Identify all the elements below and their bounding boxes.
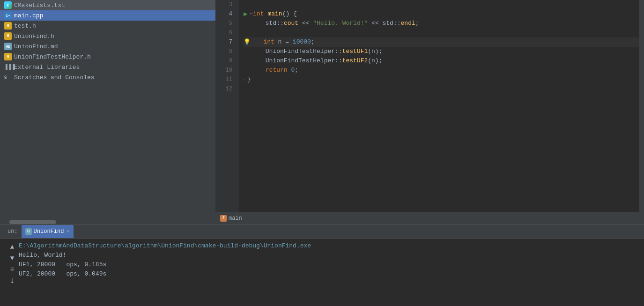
cmake-icon: C: [4, 1, 12, 9]
code-line-5: std :: cout << "Hello, World!" << std ::…: [244, 19, 639, 28]
console-text: E:\AlgorithmAndDataStructure\algorithm\U…: [19, 241, 638, 303]
breadcrumb-fn: f main: [220, 215, 242, 222]
line-num-5: 5: [215, 19, 235, 28]
unionfind-h-filename: UnionFind.h: [14, 33, 54, 40]
sidebar-file-cmake[interactable]: C CMakeLists.txt: [0, 0, 215, 10]
console-path: E:\AlgorithmAndDataStructure\algorithm\U…: [19, 241, 311, 251]
bottom-panel: un: U UnionFind × ▲ ▼ ≡ ⤓ E:\AlgorithmAn…: [0, 224, 644, 306]
code-line-6: [244, 28, 639, 37]
line-num-3: 3: [215, 0, 235, 9]
code-line-8: UnionFindTestHelper :: testUF1 (n);: [244, 47, 639, 56]
unionfind-h-icon: H: [4, 32, 12, 40]
code-content[interactable]: ▶ ⌐ int main () { std :: cout << "Hello,…: [239, 0, 639, 212]
code-container: 3 4 5 6 7 8 9 10 11 12 ▶ ⌐ int: [215, 0, 644, 212]
code-line-12: [244, 84, 639, 94]
fn-icon: f: [220, 215, 227, 222]
test-h-icon: H: [4, 22, 12, 30]
run-label: un:: [4, 228, 22, 235]
testhelper-h-icon: H: [4, 53, 12, 60]
line-num-7: 7: [215, 37, 235, 47]
code-line-3: [244, 0, 639, 9]
code-line-7: 💡 int n = 10000 ;: [244, 37, 639, 47]
cpp-icon: C+: [4, 12, 12, 19]
sidebar-scroll-thumb[interactable]: [9, 220, 56, 224]
sidebar-file-test-h[interactable]: H test.h: [0, 21, 215, 31]
editor-area: 3 4 5 6 7 8 9 10 11 12 ▶ ⌐ int: [215, 0, 644, 224]
test-h-filename: test.h: [14, 22, 36, 30]
line-num-4: 4: [215, 9, 235, 19]
sidebar-file-main-cpp[interactable]: C+ main.cpp: [0, 10, 215, 21]
console-hello: Hello, World!: [19, 251, 66, 260]
bottom-tabs-bar: un: U UnionFind ×: [0, 224, 644, 239]
bottom-tab-unionfind[interactable]: U UnionFind ×: [22, 225, 74, 238]
sidebar-file-unionfind-testhelper-h[interactable]: H UnionFindTestHelper.h: [0, 52, 215, 62]
run-indicator-icon: ▶: [244, 9, 247, 19]
unionfind-md-icon: MD: [4, 43, 12, 50]
cmake-filename: CMakeLists.txt: [14, 2, 65, 9]
console-output: ▲ ▼ ≡ ⤓ E:\AlgorithmAndDataStructure\alg…: [0, 239, 644, 306]
console-scroll-down[interactable]: ▼: [7, 254, 17, 263]
breadcrumb-fn-name: main: [229, 215, 242, 222]
console-wrap[interactable]: ≡: [7, 265, 17, 274]
code-line-9: UnionFindTestHelper :: testUF2 (n);: [244, 56, 639, 66]
line-num-9: 9: [215, 56, 235, 66]
main-layout: C CMakeLists.txt C+ main.cpp H test.h H …: [0, 0, 644, 224]
sidebar: C CMakeLists.txt C+ main.cpp H test.h H …: [0, 0, 215, 224]
external-libraries-label: External Libraries: [14, 64, 80, 71]
line-num-11: 11: [215, 75, 235, 84]
bottom-tab-name: UnionFind: [34, 228, 64, 235]
line-numbers: 3 4 5 6 7 8 9 10 11 12: [215, 0, 239, 212]
bottom-tab-close[interactable]: ×: [67, 229, 70, 234]
code-line-10: return 0 ;: [244, 66, 639, 75]
console-scroll-up[interactable]: ▲: [7, 242, 17, 252]
line-num-6: 6: [215, 28, 235, 37]
code-line-11: ⌐ }: [244, 75, 639, 84]
editor-scrollbar[interactable]: [639, 0, 644, 212]
line-num-10: 10: [215, 66, 235, 75]
console-line-3: UF1, 20000 ops, 0.185s: [19, 260, 638, 269]
sidebar-file-unionfind-h[interactable]: H UnionFind.h: [0, 31, 215, 41]
sidebar-external-libraries[interactable]: ▐▐▐ External Libraries: [0, 62, 215, 72]
testhelper-h-filename: UnionFindTestHelper.h: [14, 53, 91, 60]
bottom-tab-icon: U: [25, 228, 32, 235]
bulb-icon: 💡: [244, 37, 251, 47]
line-num-12: 12: [215, 84, 235, 94]
console-line-1: E:\AlgorithmAndDataStructure\algorithm\U…: [19, 241, 638, 251]
console-controls: ▲ ▼ ≡ ⤓: [6, 241, 19, 303]
scratches-icon: ⊙: [4, 74, 12, 81]
code-line-4: ▶ ⌐ int main () {: [244, 9, 639, 19]
external-libraries-icon: ▐▐▐: [4, 63, 12, 71]
unionfind-md-filename: UnionFind.md: [14, 43, 58, 50]
sidebar-scrollbar[interactable]: [0, 220, 215, 224]
line-num-8: 8: [215, 47, 235, 56]
console-uf2: UF2, 20000 ops, 0.049s: [19, 269, 106, 279]
scratches-label: Scratches and Consoles: [14, 74, 95, 81]
console-clear[interactable]: ⤓: [7, 276, 17, 285]
breadcrumb: f main: [215, 212, 644, 224]
main-cpp-filename: main.cpp: [14, 12, 43, 19]
sidebar-file-unionfind-md[interactable]: MD UnionFind.md: [0, 41, 215, 52]
console-line-4: UF2, 20000 ops, 0.049s: [19, 269, 638, 279]
console-line-2: Hello, World!: [19, 251, 638, 260]
console-uf1: UF1, 20000 ops, 0.185s: [19, 260, 106, 269]
sidebar-scratches-consoles[interactable]: ⊙ Scratches and Consoles: [0, 72, 215, 82]
